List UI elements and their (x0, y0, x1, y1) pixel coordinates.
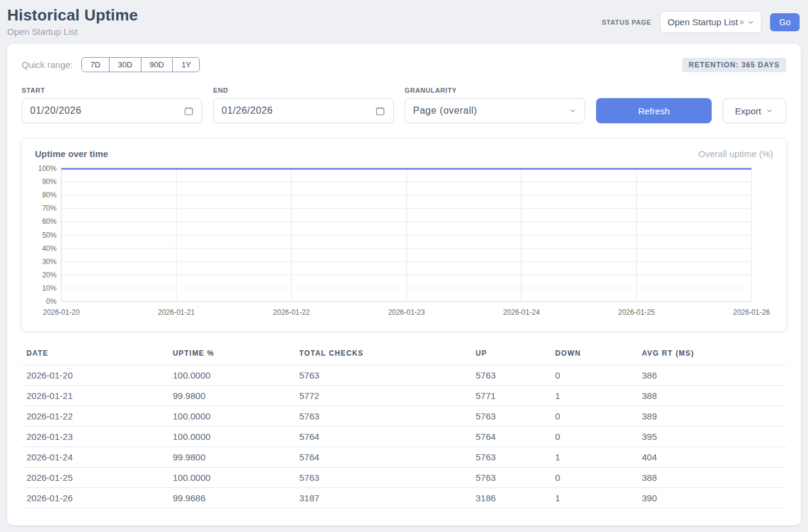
table-cell: 0 (550, 365, 637, 386)
svg-text:90%: 90% (42, 178, 57, 186)
quick-range-90d-button[interactable]: 90D (141, 57, 173, 72)
table-cell: 1 (550, 386, 637, 406)
chart-legend-label: Overall uptime (%) (698, 149, 773, 159)
column-header-up: UP (471, 345, 550, 365)
table-cell: 5763 (471, 406, 550, 427)
svg-text:100%: 100% (38, 165, 57, 173)
svg-text:2026-01-23: 2026-01-23 (388, 308, 424, 317)
go-button[interactable]: Go (770, 13, 800, 31)
quick-range-group: 7D 30D 90D 1Y (81, 57, 200, 72)
svg-text:50%: 50% (42, 231, 57, 240)
svg-text:80%: 80% (42, 191, 57, 199)
end-date-value: 01/26/2026 (222, 105, 273, 116)
table-cell: 5763 (294, 406, 471, 427)
column-header-down: DOWN (550, 345, 637, 365)
table-cell: 388 (637, 468, 786, 488)
refresh-button[interactable]: Refresh (596, 98, 712, 123)
table-cell: 2026-01-20 (22, 365, 168, 386)
table-row: 2026-01-20100.0000576357630386 (22, 365, 786, 386)
table-cell: 388 (637, 386, 786, 406)
svg-text:2026-01-20: 2026-01-20 (43, 308, 79, 317)
end-date-label: END (213, 87, 394, 94)
svg-text:40%: 40% (42, 244, 57, 253)
table-row: 2026-01-2199.9800577257711388 (22, 386, 786, 406)
table-cell: 5763 (471, 447, 550, 468)
table-cell: 386 (637, 365, 786, 386)
calendar-icon[interactable] (184, 106, 194, 116)
svg-text:20%: 20% (42, 271, 57, 279)
quick-range-label: Quick range: (22, 60, 73, 70)
column-header-uptime: UPTIME % (168, 345, 294, 365)
table-cell: 2026-01-21 (22, 386, 168, 406)
svg-text:60%: 60% (42, 217, 57, 226)
filter-form-row: START 01/20/2026 END 01/26/2026 GRANULAR… (22, 87, 786, 123)
clear-selection-icon[interactable]: × (739, 17, 745, 27)
table-row: 2026-01-22100.0000576357630389 (22, 406, 786, 427)
title-block: Historical Uptime Open Startup List (7, 6, 138, 37)
retention-badge: RETENTION: 365 DAYS (682, 58, 786, 72)
table-cell: 5772 (294, 386, 471, 406)
chart-card: Uptime over time Overall uptime (%) 0%10… (22, 139, 786, 331)
table-cell: 100.0000 (168, 365, 294, 386)
page-header: Historical Uptime Open Startup List STAT… (0, 0, 808, 37)
quick-range-1y-button[interactable]: 1Y (172, 57, 200, 72)
end-date-input[interactable]: 01/26/2026 (213, 98, 394, 123)
svg-text:10%: 10% (42, 284, 57, 292)
table-cell: 5763 (471, 468, 550, 488)
table-cell: 2026-01-26 (22, 488, 168, 509)
status-page-label: STATUS PAGE (601, 19, 651, 26)
table-cell: 1 (550, 447, 637, 468)
chevron-down-icon (747, 18, 755, 26)
start-date-field: START 01/20/2026 (22, 87, 202, 123)
calendar-icon[interactable] (375, 106, 385, 116)
table-row: 2026-01-25100.0000576357630388 (22, 468, 786, 488)
granularity-field: GRANULARITY Page (overall) (405, 87, 585, 123)
table-cell: 404 (637, 447, 786, 468)
export-button[interactable]: Export (723, 98, 786, 123)
uptime-table: DATE UPTIME % TOTAL CHECKS UP DOWN AVG R… (22, 345, 786, 509)
page-title: Historical Uptime (7, 6, 138, 25)
table-cell: 5764 (294, 427, 471, 447)
table-cell: 2026-01-22 (22, 406, 168, 427)
table-cell: 2026-01-24 (22, 447, 168, 468)
status-page-select[interactable]: Open Startup List × (660, 11, 762, 33)
table-cell: 390 (637, 488, 786, 509)
table-cell: 2026-01-23 (22, 427, 168, 447)
table-cell: 100.0000 (168, 427, 294, 447)
svg-text:2026-01-26: 2026-01-26 (733, 308, 770, 317)
table-cell: 5763 (294, 468, 471, 488)
chevron-down-icon (568, 107, 577, 115)
svg-text:2026-01-21: 2026-01-21 (158, 308, 194, 317)
table-cell: 99.9686 (168, 488, 294, 509)
start-date-label: START (22, 87, 202, 94)
uptime-line-chart: 0%10%20%30%40%50%60%70%80%90%100%2026-01… (35, 165, 773, 320)
svg-text:2026-01-25: 2026-01-25 (618, 308, 654, 317)
chart-header: Uptime over time Overall uptime (%) (35, 149, 773, 159)
table-row: 2026-01-2499.9800576457631404 (22, 447, 786, 468)
svg-text:0%: 0% (46, 297, 57, 306)
svg-text:30%: 30% (42, 258, 57, 266)
table-cell: 1 (550, 488, 637, 509)
svg-text:70%: 70% (42, 204, 57, 212)
table-header-row: DATE UPTIME % TOTAL CHECKS UP DOWN AVG R… (22, 345, 786, 365)
granularity-select[interactable]: Page (overall) (405, 98, 585, 123)
table-cell: 5763 (294, 365, 471, 386)
table-cell: 0 (550, 427, 637, 447)
quick-range-30d-button[interactable]: 30D (109, 57, 141, 72)
column-header-date: DATE (22, 345, 168, 365)
export-button-label: Export (735, 106, 761, 116)
main-card: Quick range: 7D 30D 90D 1Y RETENTION: 36… (7, 44, 801, 525)
page-subtitle: Open Startup List (7, 26, 138, 37)
table-cell: 0 (550, 468, 637, 488)
table-row: 2026-01-23100.0000576457640395 (22, 427, 786, 447)
start-date-input[interactable]: 01/20/2026 (22, 98, 202, 123)
chart-title: Uptime over time (35, 149, 108, 159)
end-date-field: END 01/26/2026 (213, 87, 394, 123)
table-cell: 389 (637, 406, 786, 427)
table-cell: 5764 (294, 447, 471, 468)
quick-range-7d-button[interactable]: 7D (81, 57, 110, 72)
table-cell: 99.9800 (168, 386, 294, 406)
table-cell: 5764 (471, 427, 550, 447)
svg-text:2026-01-22: 2026-01-22 (273, 308, 309, 317)
status-page-selected-value: Open Startup List (668, 17, 738, 27)
